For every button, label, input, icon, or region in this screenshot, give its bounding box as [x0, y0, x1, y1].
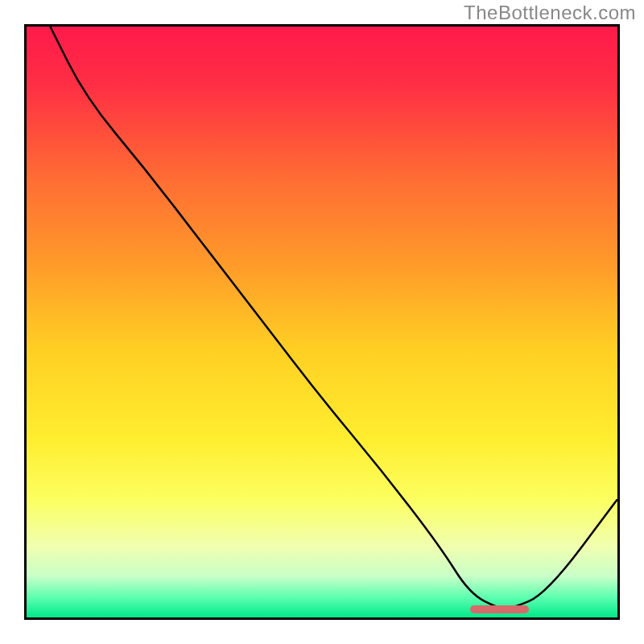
optimal-range-marker [470, 605, 529, 613]
bottleneck-curve [27, 27, 617, 617]
chart-frame [24, 24, 620, 620]
watermark-text: TheBottleneck.com [464, 2, 636, 24]
